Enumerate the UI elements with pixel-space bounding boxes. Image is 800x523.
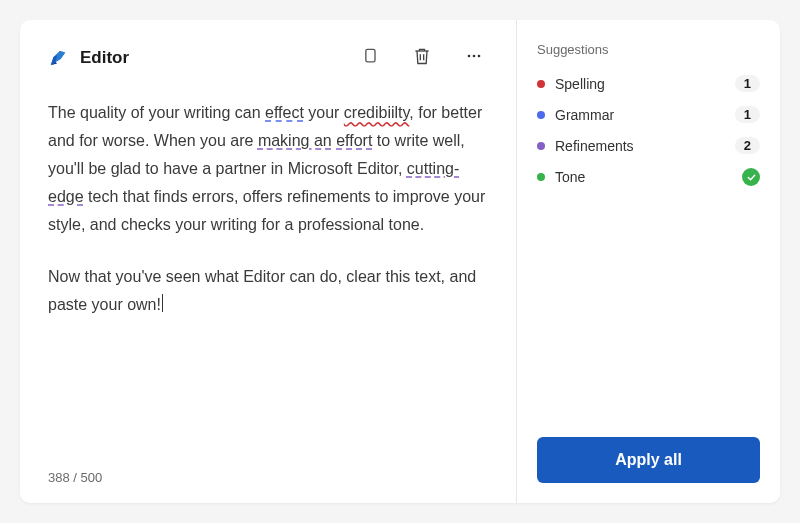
suggestions-list: Spelling1Grammar1Refinements2Tone — [537, 75, 760, 186]
category-dot-icon — [537, 142, 545, 150]
editor-card: Editor — [20, 20, 780, 503]
svg-point-3 — [478, 55, 481, 58]
suggestion-label: Spelling — [555, 76, 725, 92]
paragraph-1: The quality of your writing can effect y… — [48, 99, 488, 239]
editor-feather-icon — [48, 47, 70, 69]
more-icon — [464, 46, 484, 69]
char-count: 388 / 500 — [48, 470, 488, 485]
refinement-underline[interactable]: making an — [258, 132, 332, 149]
suggestion-item[interactable]: Grammar1 — [537, 106, 760, 123]
suggestion-item[interactable]: Refinements2 — [537, 137, 760, 154]
text-cursor — [162, 294, 163, 312]
editor-header: Editor — [48, 42, 488, 73]
editor-pane: Editor — [20, 20, 516, 503]
editor-toolbar — [356, 42, 488, 73]
copy-button[interactable] — [356, 42, 384, 73]
apply-all-button[interactable]: Apply all — [537, 437, 760, 483]
more-button[interactable] — [460, 42, 488, 73]
count-badge: 2 — [735, 137, 760, 154]
editor-textarea[interactable]: The quality of your writing can effect y… — [48, 99, 488, 470]
svg-point-1 — [468, 55, 471, 58]
suggestion-item[interactable]: Tone — [537, 168, 760, 186]
suggestion-item[interactable]: Spelling1 — [537, 75, 760, 92]
copy-icon — [360, 46, 380, 69]
refinement-underline[interactable]: effort — [336, 132, 372, 149]
suggestions-title: Suggestions — [537, 42, 760, 57]
svg-rect-0 — [366, 49, 375, 62]
count-badge: 1 — [735, 75, 760, 92]
suggestions-pane: Suggestions Spelling1Grammar1Refinements… — [516, 20, 780, 503]
category-dot-icon — [537, 111, 545, 119]
grammar-underline[interactable]: effect — [265, 104, 304, 121]
category-dot-icon — [537, 80, 545, 88]
suggestion-label: Grammar — [555, 107, 725, 123]
category-dot-icon — [537, 173, 545, 181]
suggestion-label: Refinements — [555, 138, 725, 154]
spelling-underline[interactable]: credibiilty — [344, 104, 410, 121]
check-icon — [742, 168, 760, 186]
editor-title: Editor — [80, 48, 346, 68]
count-badge: 1 — [735, 106, 760, 123]
delete-button[interactable] — [408, 42, 436, 73]
suggestion-label: Tone — [555, 169, 732, 185]
svg-point-2 — [473, 55, 476, 58]
trash-icon — [412, 46, 432, 69]
paragraph-2: Now that you've seen what Editor can do,… — [48, 263, 488, 319]
